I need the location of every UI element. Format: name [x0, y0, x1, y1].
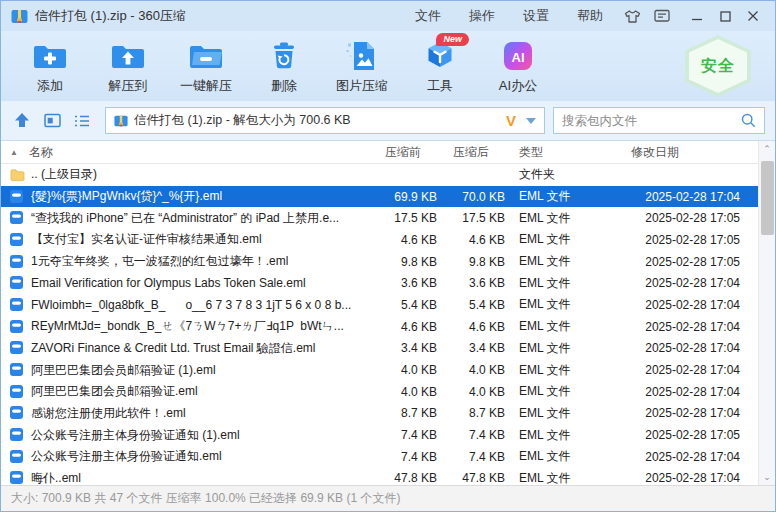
file-name-cell: REyMrMtJd=_bondk_B_ㄝ《7ㄋWㄅ7+ㄌ厂Ⅎq1P bWtㄣ..…	[1, 318, 371, 335]
table-row[interactable]: 阿里巴巴集团会员邮箱验证.eml4.0 KB4.0 KBEML 文件2025-0…	[1, 381, 758, 403]
toolbar-delete-button[interactable]: 删除	[245, 35, 323, 97]
scrollbar-thumb[interactable]	[761, 161, 774, 235]
modified-date: 2025-02-28 17:04	[623, 320, 758, 334]
file-type: EML 文件	[511, 231, 623, 248]
file-type: EML 文件	[511, 405, 623, 422]
modified-date: 2025-02-28 17:05	[623, 428, 758, 442]
table-row[interactable]: 阿里巴巴集团会员邮箱验证 (1).eml4.0 KB4.0 KBEML 文件20…	[1, 359, 758, 381]
table-row[interactable]: ZAVORi Finance & Credit Ltd. Trust Email…	[1, 338, 758, 360]
maximize-button[interactable]	[711, 4, 739, 28]
vertical-scrollbar[interactable]: ⌃ ⌄	[758, 141, 775, 485]
size-after: 4.6 KB	[443, 320, 511, 334]
toolbar-tools-button[interactable]: 工具New	[401, 35, 479, 97]
file-name-cell: 公众账号注册主体身份验证通知 (1).eml	[1, 427, 371, 444]
file-name-cell: ZAVORi Finance & Credit Ltd. Trust Email…	[1, 340, 371, 357]
size-after: 3.6 KB	[443, 276, 511, 290]
table-row[interactable]: FWloimbh=_0lga8bfk_B_ o__6 7 3 7 8 3 1jT…	[1, 294, 758, 316]
skin-button[interactable]	[617, 4, 647, 28]
size-after: 4.0 KB	[443, 385, 511, 399]
image-compress-icon	[344, 38, 380, 74]
size-after: 4.0 KB	[443, 363, 511, 377]
eml-file-icon	[10, 363, 24, 377]
file-type: EML 文件	[511, 362, 623, 379]
address-bar: 信件打包 (1).zip - 解包大小为 700.6 KB V	[1, 101, 775, 141]
scroll-down-icon[interactable]: ⌄	[759, 469, 775, 485]
file-type: EML 文件	[511, 188, 623, 205]
table-row[interactable]: 公众账号注册主体身份验证通知 (1).eml7.4 KB7.4 KBEML 文件…	[1, 424, 758, 446]
toolbar-ai-office-button[interactable]: AIAI办公	[479, 35, 557, 97]
file-type: EML 文件	[511, 296, 623, 313]
table-row[interactable]: .. (上级目录)文件夹	[1, 164, 758, 186]
file-name: 感谢您注册使用此软件！.eml	[31, 405, 186, 422]
close-button[interactable]	[739, 4, 767, 28]
menu-action[interactable]: 操作	[455, 3, 509, 29]
minimize-button[interactable]	[683, 4, 711, 28]
file-name: 公众账号注册主体身份验证通知 (1).eml	[31, 427, 240, 444]
search-input[interactable]	[562, 114, 741, 128]
file-name-cell: 阿里巴巴集团会员邮箱验证.eml	[1, 383, 371, 400]
size-after: 8.7 KB	[443, 406, 511, 420]
file-name-cell: 公众账号注册主体身份验证通知.eml	[1, 448, 371, 465]
menu-file[interactable]: 文件	[401, 3, 455, 29]
toolbar-image-compress-button[interactable]: 图片压缩	[323, 35, 401, 97]
list-view-button[interactable]	[71, 110, 93, 132]
folder-icon	[10, 168, 24, 182]
table-row[interactable]: 感谢您注册使用此软件！.eml8.7 KB8.7 KBEML 文件2025-02…	[1, 403, 758, 425]
archive-path-text: 信件打包 (1).zip - 解包大小为 700.6 KB	[134, 112, 500, 129]
chevron-down-icon[interactable]	[526, 118, 536, 124]
file-type: EML 文件	[511, 253, 623, 270]
table-row[interactable]: 【支付宝】实名认证-证件审核结果通知.eml4.6 KB4.6 KBEML 文件…	[1, 229, 758, 251]
scroll-up-icon[interactable]: ⌃	[759, 141, 775, 157]
file-type: EML 文件	[511, 275, 623, 292]
search-icon[interactable]	[741, 113, 756, 128]
archive-path-combo[interactable]: 信件打包 (1).zip - 解包大小为 700.6 KB V	[105, 107, 545, 134]
eml-file-icon	[10, 276, 24, 290]
file-name: 阿里巴巴集团会员邮箱验证.eml	[31, 383, 198, 400]
zip-file-icon	[114, 114, 128, 128]
column-header-size-before[interactable]: 压缩前	[371, 144, 443, 161]
eml-file-icon	[10, 233, 24, 247]
file-name-cell: 阿里巴巴集团会员邮箱验证 (1).eml	[1, 362, 371, 379]
menu-help[interactable]: 帮助	[563, 3, 617, 29]
table-row[interactable]: REyMrMtJd=_bondk_B_ㄝ《7ㄋWㄅ7+ㄌ厂Ⅎq1P bWtㄣ..…	[1, 316, 758, 338]
safe-badge: 安全	[685, 35, 751, 97]
size-after: 17.5 KB	[443, 211, 511, 225]
toolbar-add-button[interactable]: 添加	[11, 35, 89, 97]
file-name-cell: 【支付宝】实名认证-证件审核结果通知.eml	[1, 231, 371, 248]
file-name-cell: Email Verification for Olympus Labs Toke…	[1, 276, 371, 290]
menu-settings[interactable]: 设置	[509, 3, 563, 29]
file-name: .. (上级目录)	[31, 166, 97, 183]
file-name: FWloimbh=_0lga8bfk_B_ o__6 7 3 7 8 3 1jT…	[31, 298, 351, 312]
toolbar-label: 删除	[271, 77, 297, 95]
window-controls	[683, 4, 767, 28]
file-name: 阿里巴巴集团会员邮箱验证 (1).eml	[31, 362, 216, 379]
title-bar: 信件打包 (1).zip - 360压缩 文件操作设置帮助	[1, 1, 775, 31]
table-row[interactable]: 晦仆..eml47.8 KB47.8 KBEML 文件2025-02-28 17…	[1, 468, 758, 485]
column-header-type[interactable]: 类型	[511, 144, 623, 161]
file-name: 公众账号注册主体身份验证通知.eml	[31, 448, 222, 465]
up-level-button[interactable]	[11, 110, 33, 132]
toolbar-extract-to-button[interactable]: 解压到	[89, 35, 167, 97]
safe-badge-label: 安全	[701, 56, 735, 77]
toolbar-label: 添加	[37, 77, 63, 95]
feedback-button[interactable]	[647, 4, 677, 28]
column-header-size-after[interactable]: 压缩后	[443, 144, 511, 161]
table-row[interactable]: 公众账号注册主体身份验证通知.eml7.4 KB7.4 KBEML 文件2025…	[1, 446, 758, 468]
eml-file-icon	[10, 211, 24, 225]
maximize-icon	[720, 11, 731, 22]
view-mode-button[interactable]	[41, 110, 63, 132]
eml-file-icon	[10, 428, 24, 442]
size-after: 9.8 KB	[443, 255, 511, 269]
size-before: 4.0 KB	[371, 385, 443, 399]
table-row[interactable]: “查找我的 iPhone” 已在 “Administrator” 的 iPad …	[1, 207, 758, 229]
file-type: EML 文件	[511, 470, 623, 485]
toolbar-one-click-extract-button[interactable]: 一键解压	[167, 35, 245, 97]
table-row-selected[interactable]: {髮}%{票}MPgWnkv{贷}^_%{开}.eml69.9 KB70.0 K…	[1, 186, 758, 208]
column-header-name[interactable]: ▲ 名称	[1, 144, 371, 161]
file-name: 【支付宝】实名认证-证件审核结果通知.eml	[31, 231, 262, 248]
table-row[interactable]: 1元夺宝年终奖，屯一波猛烈的红包过壕年！.eml9.8 KB9.8 KBEML …	[1, 251, 758, 273]
table-row[interactable]: Email Verification for Olympus Labs Toke…	[1, 272, 758, 294]
eml-file-icon	[10, 450, 24, 464]
column-header-date[interactable]: 修改日期	[623, 144, 758, 161]
file-name-cell: “查找我的 iPhone” 已在 “Administrator” 的 iPad …	[1, 210, 371, 227]
